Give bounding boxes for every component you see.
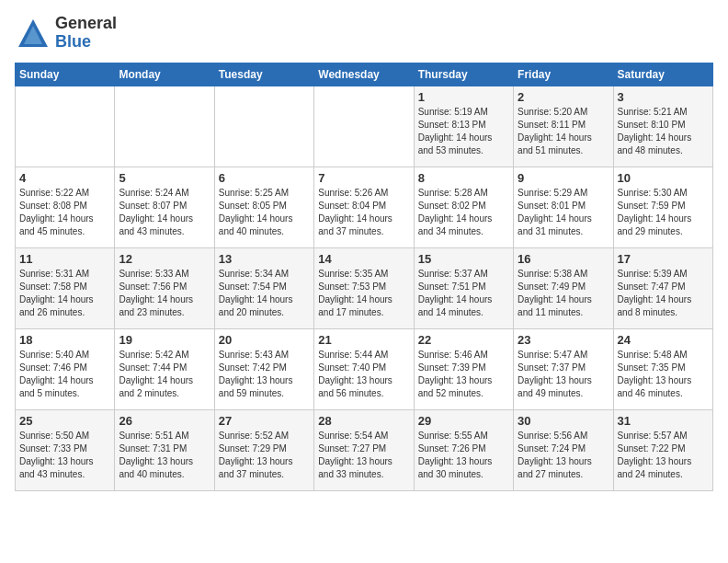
- day-info: Sunrise: 5:40 AM Sunset: 7:46 PM Dayligh…: [19, 349, 110, 400]
- calendar-header-row: SundayMondayTuesdayWednesdayThursdayFrid…: [16, 63, 713, 86]
- day-number: 9: [518, 171, 609, 185]
- calendar-cell: 20Sunrise: 5:43 AM Sunset: 7:42 PM Dayli…: [214, 329, 313, 410]
- calendar-cell: 28Sunrise: 5:54 AM Sunset: 7:27 PM Dayli…: [314, 410, 414, 491]
- day-number: 23: [518, 333, 609, 347]
- day-number: 25: [19, 414, 110, 428]
- page-header: General Blue: [15, 15, 713, 52]
- calendar-cell: 23Sunrise: 5:47 AM Sunset: 7:37 PM Dayli…: [514, 329, 613, 410]
- day-of-week-header: Wednesday: [314, 63, 414, 86]
- day-number: 1: [418, 90, 509, 104]
- calendar-cell: 18Sunrise: 5:40 AM Sunset: 7:46 PM Dayli…: [16, 329, 115, 410]
- calendar-cell: 3Sunrise: 5:21 AM Sunset: 8:10 PM Daylig…: [613, 86, 712, 167]
- calendar-cell: 26Sunrise: 5:51 AM Sunset: 7:31 PM Dayli…: [115, 410, 214, 491]
- day-info: Sunrise: 5:43 AM Sunset: 7:42 PM Dayligh…: [219, 349, 310, 400]
- day-info: Sunrise: 5:55 AM Sunset: 7:26 PM Dayligh…: [418, 430, 509, 481]
- day-number: 17: [618, 252, 709, 266]
- calendar-week-row: 4Sunrise: 5:22 AM Sunset: 8:08 PM Daylig…: [16, 167, 713, 248]
- day-number: 16: [518, 252, 609, 266]
- day-info: Sunrise: 5:33 AM Sunset: 7:56 PM Dayligh…: [119, 268, 210, 319]
- calendar-cell: 17Sunrise: 5:39 AM Sunset: 7:47 PM Dayli…: [613, 248, 712, 329]
- calendar-cell: 10Sunrise: 5:30 AM Sunset: 7:59 PM Dayli…: [613, 167, 712, 248]
- day-number: 30: [518, 414, 609, 428]
- calendar-cell: 27Sunrise: 5:52 AM Sunset: 7:29 PM Dayli…: [214, 410, 313, 491]
- day-info: Sunrise: 5:46 AM Sunset: 7:39 PM Dayligh…: [418, 349, 509, 400]
- day-info: Sunrise: 5:37 AM Sunset: 7:51 PM Dayligh…: [418, 268, 509, 319]
- calendar-cell: 2Sunrise: 5:20 AM Sunset: 8:11 PM Daylig…: [514, 86, 613, 167]
- day-info: Sunrise: 5:54 AM Sunset: 7:27 PM Dayligh…: [318, 430, 409, 481]
- day-info: Sunrise: 5:38 AM Sunset: 7:49 PM Dayligh…: [518, 268, 609, 319]
- day-info: Sunrise: 5:35 AM Sunset: 7:53 PM Dayligh…: [318, 268, 409, 319]
- calendar-cell: 15Sunrise: 5:37 AM Sunset: 7:51 PM Dayli…: [414, 248, 513, 329]
- day-info: Sunrise: 5:30 AM Sunset: 7:59 PM Dayligh…: [618, 187, 709, 238]
- day-info: Sunrise: 5:19 AM Sunset: 8:13 PM Dayligh…: [418, 106, 509, 157]
- day-info: Sunrise: 5:51 AM Sunset: 7:31 PM Dayligh…: [119, 430, 210, 481]
- calendar-cell: 22Sunrise: 5:46 AM Sunset: 7:39 PM Dayli…: [414, 329, 513, 410]
- day-info: Sunrise: 5:48 AM Sunset: 7:35 PM Dayligh…: [618, 349, 709, 400]
- calendar-week-row: 25Sunrise: 5:50 AM Sunset: 7:33 PM Dayli…: [16, 410, 713, 491]
- day-number: 12: [119, 252, 210, 266]
- day-number: 27: [219, 414, 310, 428]
- calendar-cell: 12Sunrise: 5:33 AM Sunset: 7:56 PM Dayli…: [115, 248, 214, 329]
- day-number: 6: [219, 171, 310, 185]
- calendar-cell: 30Sunrise: 5:56 AM Sunset: 7:24 PM Dayli…: [514, 410, 613, 491]
- day-number: 20: [219, 333, 310, 347]
- day-info: Sunrise: 5:47 AM Sunset: 7:37 PM Dayligh…: [518, 349, 609, 400]
- day-number: 7: [318, 171, 409, 185]
- day-number: 26: [119, 414, 210, 428]
- day-number: 11: [19, 252, 110, 266]
- calendar-cell: 19Sunrise: 5:42 AM Sunset: 7:44 PM Dayli…: [115, 329, 214, 410]
- day-of-week-header: Friday: [514, 63, 613, 86]
- day-number: 3: [618, 90, 709, 104]
- calendar-week-row: 1Sunrise: 5:19 AM Sunset: 8:13 PM Daylig…: [16, 86, 713, 167]
- day-info: Sunrise: 5:26 AM Sunset: 8:04 PM Dayligh…: [318, 187, 409, 238]
- day-info: Sunrise: 5:42 AM Sunset: 7:44 PM Dayligh…: [119, 349, 210, 400]
- day-number: 5: [119, 171, 210, 185]
- calendar-cell: 11Sunrise: 5:31 AM Sunset: 7:58 PM Dayli…: [16, 248, 115, 329]
- calendar-cell: 25Sunrise: 5:50 AM Sunset: 7:33 PM Dayli…: [16, 410, 115, 491]
- day-of-week-header: Sunday: [16, 63, 115, 86]
- day-of-week-header: Monday: [115, 63, 214, 86]
- calendar-cell: 8Sunrise: 5:28 AM Sunset: 8:02 PM Daylig…: [414, 167, 513, 248]
- calendar-cell: 9Sunrise: 5:29 AM Sunset: 8:01 PM Daylig…: [514, 167, 613, 248]
- day-info: Sunrise: 5:52 AM Sunset: 7:29 PM Dayligh…: [219, 430, 310, 481]
- calendar-cell: [16, 86, 115, 167]
- day-number: 14: [318, 252, 409, 266]
- calendar-cell: 5Sunrise: 5:24 AM Sunset: 8:07 PM Daylig…: [115, 167, 214, 248]
- day-number: 24: [618, 333, 709, 347]
- day-number: 8: [418, 171, 509, 185]
- calendar-cell: [314, 86, 414, 167]
- day-number: 28: [318, 414, 409, 428]
- day-info: Sunrise: 5:50 AM Sunset: 7:33 PM Dayligh…: [19, 430, 110, 481]
- day-info: Sunrise: 5:29 AM Sunset: 8:01 PM Dayligh…: [518, 187, 609, 238]
- day-info: Sunrise: 5:24 AM Sunset: 8:07 PM Dayligh…: [119, 187, 210, 238]
- calendar-cell: 29Sunrise: 5:55 AM Sunset: 7:26 PM Dayli…: [414, 410, 513, 491]
- day-number: 31: [618, 414, 709, 428]
- day-of-week-header: Saturday: [613, 63, 712, 86]
- day-number: 21: [318, 333, 409, 347]
- day-number: 22: [418, 333, 509, 347]
- day-info: Sunrise: 5:34 AM Sunset: 7:54 PM Dayligh…: [219, 268, 310, 319]
- day-info: Sunrise: 5:20 AM Sunset: 8:11 PM Dayligh…: [518, 106, 609, 157]
- day-info: Sunrise: 5:21 AM Sunset: 8:10 PM Dayligh…: [618, 106, 709, 157]
- calendar-cell: 21Sunrise: 5:44 AM Sunset: 7:40 PM Dayli…: [314, 329, 414, 410]
- day-number: 4: [19, 171, 110, 185]
- day-info: Sunrise: 5:28 AM Sunset: 8:02 PM Dayligh…: [418, 187, 509, 238]
- calendar-cell: 31Sunrise: 5:57 AM Sunset: 7:22 PM Dayli…: [613, 410, 712, 491]
- day-number: 19: [119, 333, 210, 347]
- calendar-cell: 4Sunrise: 5:22 AM Sunset: 8:08 PM Daylig…: [16, 167, 115, 248]
- day-of-week-header: Thursday: [414, 63, 513, 86]
- calendar-cell: [115, 86, 214, 167]
- calendar-table: SundayMondayTuesdayWednesdayThursdayFrid…: [15, 63, 713, 491]
- day-info: Sunrise: 5:56 AM Sunset: 7:24 PM Dayligh…: [518, 430, 609, 481]
- calendar-cell: 1Sunrise: 5:19 AM Sunset: 8:13 PM Daylig…: [414, 86, 513, 167]
- day-number: 10: [618, 171, 709, 185]
- day-of-week-header: Tuesday: [214, 63, 313, 86]
- day-number: 18: [19, 333, 110, 347]
- calendar-week-row: 18Sunrise: 5:40 AM Sunset: 7:46 PM Dayli…: [16, 329, 713, 410]
- day-info: Sunrise: 5:25 AM Sunset: 8:05 PM Dayligh…: [219, 187, 310, 238]
- day-number: 29: [418, 414, 509, 428]
- logo: General Blue: [15, 15, 117, 52]
- calendar-cell: 24Sunrise: 5:48 AM Sunset: 7:35 PM Dayli…: [613, 329, 712, 410]
- calendar-cell: 13Sunrise: 5:34 AM Sunset: 7:54 PM Dayli…: [214, 248, 313, 329]
- calendar-week-row: 11Sunrise: 5:31 AM Sunset: 7:58 PM Dayli…: [16, 248, 713, 329]
